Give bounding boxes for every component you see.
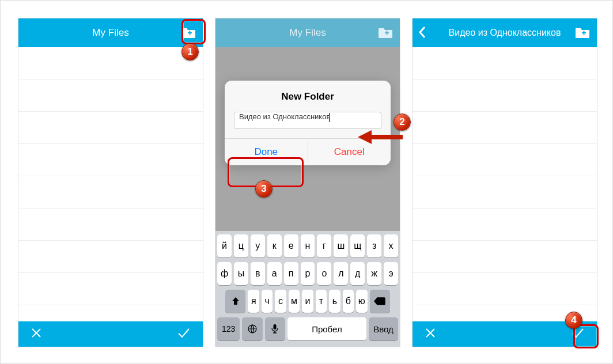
- key-й[interactable]: й: [217, 234, 232, 257]
- key-о[interactable]: о: [317, 262, 331, 285]
- key-щ[interactable]: щ: [350, 234, 365, 257]
- key-д[interactable]: д: [350, 262, 365, 285]
- svg-rect-1: [190, 31, 191, 35]
- folder-plus-icon: [575, 27, 590, 39]
- key-г[interactable]: г: [317, 234, 331, 257]
- svg-rect-3: [387, 31, 388, 35]
- key-ь[interactable]: ь: [329, 290, 340, 313]
- keyboard: йцукенгшщзх фывапролджэ ячсмитьбю 123 Пр…: [215, 231, 400, 347]
- key-е[interactable]: е: [284, 234, 298, 257]
- key-ц[interactable]: ц: [234, 234, 248, 257]
- cancel-button[interactable]: Cancel: [308, 139, 391, 165]
- list-item[interactable]: [413, 273, 597, 305]
- dialog-title: New Folder: [225, 91, 391, 103]
- mic-key[interactable]: [265, 317, 285, 340]
- add-folder-button[interactable]: [575, 27, 590, 39]
- header-title: My Files: [92, 27, 128, 39]
- list-item[interactable]: [18, 208, 203, 241]
- file-list: [18, 47, 203, 321]
- new-folder-dialog: New Folder Видео из Одноклассников Done …: [225, 81, 391, 165]
- screen-my-files: My Files: [18, 18, 203, 347]
- screen-new-folder-dialog: My Files New Folder Видео из Одноклассни…: [215, 18, 400, 347]
- list-item[interactable]: [18, 273, 203, 305]
- list-item[interactable]: [413, 144, 597, 176]
- list-item[interactable]: [18, 176, 203, 208]
- folder-name-input[interactable]: Видео из Одноклассников: [234, 112, 381, 129]
- key-м[interactable]: м: [289, 290, 300, 313]
- key-а[interactable]: а: [267, 262, 282, 285]
- globe-key[interactable]: [242, 317, 262, 340]
- header: My Files: [18, 18, 203, 47]
- enter-key[interactable]: Ввод: [369, 317, 398, 340]
- key-э[interactable]: э: [384, 262, 398, 285]
- key-с[interactable]: с: [275, 290, 286, 313]
- list-item[interactable]: [18, 144, 203, 176]
- add-folder-button[interactable]: [181, 27, 196, 39]
- numeric-key[interactable]: 123: [217, 317, 240, 340]
- key-л[interactable]: л: [334, 262, 348, 285]
- list-item[interactable]: [18, 79, 203, 112]
- confirm-button[interactable]: [176, 327, 191, 342]
- key-ч[interactable]: ч: [262, 290, 273, 313]
- folder-plus-icon: [378, 27, 393, 39]
- list-item[interactable]: [18, 47, 203, 79]
- folder-plus-icon: [181, 27, 196, 39]
- header: Видео из Одноклассников: [413, 18, 597, 47]
- header-title: My Files: [289, 27, 326, 39]
- header: My Files: [215, 18, 400, 47]
- list-item[interactable]: [413, 47, 597, 79]
- key-ш[interactable]: ш: [334, 234, 348, 257]
- key-з[interactable]: з: [367, 234, 381, 257]
- key-ж[interactable]: ж: [367, 262, 381, 285]
- backspace-key[interactable]: [370, 290, 390, 313]
- key-н[interactable]: н: [301, 234, 315, 257]
- key-в[interactable]: в: [251, 262, 265, 285]
- done-button[interactable]: Done: [225, 139, 308, 165]
- key-п[interactable]: п: [284, 262, 298, 285]
- cancel-button[interactable]: [424, 327, 439, 342]
- key-я[interactable]: я: [248, 290, 259, 313]
- key-х[interactable]: х: [384, 234, 398, 257]
- svg-rect-5: [274, 324, 277, 329]
- header-title: Видео из Одноклассников: [449, 28, 561, 38]
- shift-key[interactable]: [225, 290, 245, 313]
- list-item[interactable]: [413, 112, 597, 144]
- footer: [18, 321, 203, 347]
- key-ю[interactable]: ю: [356, 290, 367, 313]
- key-и[interactable]: и: [302, 290, 313, 313]
- screen-folder-view: Видео из Одноклассников: [412, 18, 597, 347]
- key-ф[interactable]: ф: [217, 262, 232, 285]
- confirm-button[interactable]: [570, 327, 585, 342]
- add-folder-button[interactable]: [378, 27, 393, 39]
- cancel-button[interactable]: [30, 327, 45, 342]
- footer: [413, 321, 597, 347]
- list-item[interactable]: [413, 79, 597, 112]
- svg-rect-7: [584, 31, 585, 35]
- list-item[interactable]: [413, 208, 597, 241]
- file-list: [413, 47, 597, 321]
- key-р[interactable]: р: [301, 262, 315, 285]
- key-к[interactable]: к: [267, 234, 282, 257]
- back-button[interactable]: [418, 26, 432, 40]
- space-key[interactable]: Пробел: [287, 317, 366, 340]
- list-item[interactable]: [413, 241, 597, 273]
- key-б[interactable]: б: [343, 290, 354, 313]
- key-у[interactable]: у: [251, 234, 265, 257]
- list-item[interactable]: [18, 112, 203, 144]
- list-item[interactable]: [413, 176, 597, 208]
- key-ы[interactable]: ы: [234, 262, 248, 285]
- key-т[interactable]: т: [316, 290, 327, 313]
- list-item[interactable]: [18, 241, 203, 273]
